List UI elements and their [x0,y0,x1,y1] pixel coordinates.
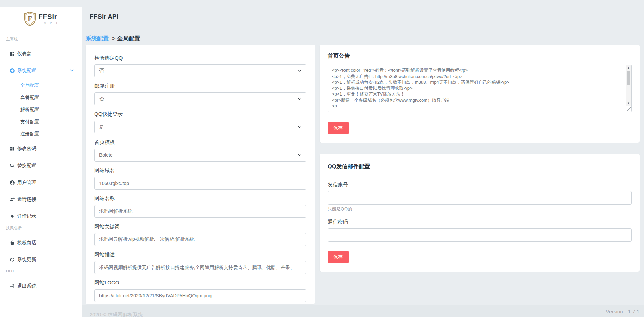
select-value: Bolete [99,152,113,158]
field-qq-quick-login: QQ快捷登录 是 [94,111,306,133]
user-plus-icon [9,197,15,202]
sidebar-item-logout[interactable]: 退出系统 [0,278,82,295]
sidebar-subitem-label: 支付配置 [20,119,39,125]
field-site-domain: 网站域名 [94,167,306,190]
sidebar-item-label: 退出系统 [17,283,36,289]
sidebar-item-label: 模板商店 [17,240,36,246]
sidebar-section-main: 主系统 [6,37,82,41]
sidebar-item-label: 系统配置 [17,68,36,74]
sidebar-section-out: OUT [6,269,82,274]
sidebar: F FFSir A P I 主系统 仪表盘 系统配置 全局配置 [0,7,82,317]
email-register-select[interactable]: 否 [94,92,306,105]
main-content: FFSir API 系统配置 -> 全局配置 检验绑定QQ 否 邮箱注册 否 [82,0,644,317]
field-label: 首页模板 [94,139,306,146]
sidebar-subitem-register-config[interactable]: 注册配置 [0,128,82,140]
check-bind-qq-select[interactable]: 否 [94,64,306,77]
shield-logo-icon: F [24,11,36,26]
scroll-down-icon[interactable]: ▼ [626,101,631,106]
sender-account-label: 发信账号 [328,182,632,188]
chevron-down-icon [298,126,302,128]
footer: 2020 © 求码网解析系统 Version：1.7.1 [82,305,644,317]
chevron-down-icon [70,70,74,72]
dot-icon [9,214,15,219]
scroll-up-icon[interactable]: ▲ [626,65,631,70]
announcement-title: 首页公告 [328,52,632,60]
qq-mail-save-button[interactable]: 保存 [328,251,349,263]
chevron-down-icon [298,154,302,156]
sidebar-item-label: 系统更新 [17,257,36,263]
field-label: QQ快捷登录 [94,111,306,118]
field-check-bind-qq: 检验绑定QQ 否 [94,55,306,77]
search-icon [9,163,15,168]
qq-quick-login-select[interactable]: 是 [94,121,306,133]
page-title: FFSir API [90,13,118,20]
resize-grip-icon[interactable] [627,107,631,111]
grid-icon [9,146,15,151]
chevron-down-icon [298,70,302,72]
site-name-input[interactable] [94,205,306,218]
right-column: 首页公告 <p><font color="red">必看：</font>请到解析… [320,45,640,272]
field-label: 网站名称 [94,195,306,202]
select-value: 否 [99,96,104,102]
scrollbar[interactable]: ▲ ▼ [626,65,631,106]
refresh-icon [9,257,15,262]
field-label: 检验绑定QQ [94,55,306,61]
qq-mail-title: QQ发信邮件配置 [328,163,632,170]
footer-version: Version：1.7.1 [606,309,639,315]
sidebar-item-label: 用户管理 [17,179,36,186]
scrollbar-thumb[interactable] [627,71,630,85]
sidebar-item-label: 邀请链接 [17,196,36,203]
field-label: 网站描述 [94,252,306,258]
sidebar-item-user-manage[interactable]: 用户管理 [0,174,82,191]
sidebar-item-invite-link[interactable]: 邀请链接 [0,191,82,208]
breadcrumb-section-link[interactable]: 系统配置 [86,35,109,42]
sender-account-input[interactable] [328,191,632,205]
field-site-keywords: 网站关键词 [94,224,306,246]
field-label: 网站域名 [94,167,306,174]
home-template-select[interactable]: Bolete [94,149,306,162]
sidebar-item-system-config[interactable]: 系统配置 [0,62,82,79]
qq-mail-card: QQ发信邮件配置 发信账号 只能是QQ的 通信密码 保存 [320,154,640,272]
sidebar-subitem-global-config[interactable]: 全局配置 [0,79,82,91]
svg-text:F: F [28,15,32,22]
sidebar-item-dashboard[interactable]: 仪表盘 [0,45,82,62]
global-config-card: 检验绑定QQ 否 邮箱注册 否 QQ快捷登录 是 [86,45,315,304]
sidebar-subitem-pay-config[interactable]: 支付配置 [0,116,82,128]
sidebar-item-replace-config[interactable]: 替换配置 [0,157,82,174]
site-description-input[interactable] [94,261,306,274]
sidebar-item-label: 详情记录 [17,213,36,219]
shopping-bag-icon [9,240,15,246]
sender-account-hint: 只能是QQ的 [328,206,632,212]
sign-out-icon [9,283,15,289]
footer-copyright: 2020 © 求码网解析系统 [90,312,143,317]
comm-password-input[interactable] [328,228,632,242]
sidebar-subitem-label: 解析配置 [20,107,39,113]
announcement-card: 首页公告 <p><font color="red">必看：</font>请到解析… [320,45,640,143]
field-site-logo: 网站LOGO [94,280,306,302]
field-email-register: 邮箱注册 否 [94,83,306,105]
announcement-textarea[interactable]: <p><font color="red">必看：</font>请到解析设置里查看… [328,65,632,112]
comm-password-label: 通信密码 [328,219,632,225]
field-label: 网站关键词 [94,224,306,230]
sidebar-item-system-update[interactable]: 系统更新 [0,251,82,268]
announcement-save-button[interactable]: 保存 [328,122,349,134]
field-site-description: 网站描述 [94,252,306,274]
breadcrumb-arrow: -> [110,35,116,42]
field-home-template: 首页模板 Bolete [94,139,306,162]
sidebar-item-template-store[interactable]: 模板商店 [0,234,82,251]
site-logo-input[interactable] [94,289,306,302]
sidebar-section-after-sale: 扶风售后 [6,226,82,230]
sidebar-item-change-password[interactable]: 修改密码 [0,140,82,157]
site-domain-input[interactable] [94,177,306,190]
chevron-down-icon [298,98,302,100]
site-keywords-input[interactable] [94,233,306,246]
brand-logo[interactable]: F FFSir A P I [0,7,82,28]
home-circle-icon [9,68,15,73]
field-site-name: 网站名称 [94,195,306,218]
sidebar-item-detail-records[interactable]: 详情记录 [0,208,82,225]
sidebar-subitem-package-config[interactable]: 套餐配置 [0,91,82,104]
sidebar-subitem-parse-config[interactable]: 解析配置 [0,104,82,116]
sidebar-subitem-label: 全局配置 [20,82,39,88]
sidebar-item-label: 仪表盘 [17,51,31,57]
sidebar-item-label: 替换配置 [17,163,36,169]
